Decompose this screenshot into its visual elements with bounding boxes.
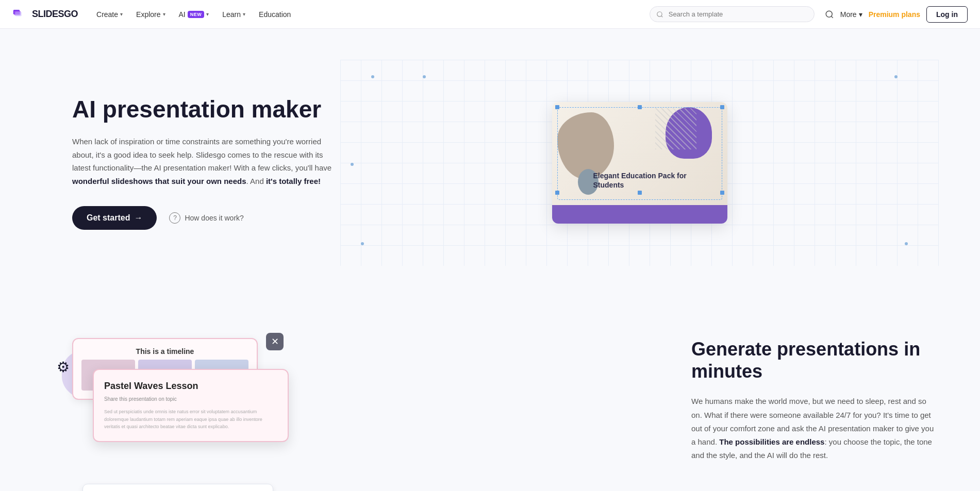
logo-text: SLIDESGO: [32, 9, 78, 20]
grid-dot-1: [371, 75, 374, 78]
grid-dot-3: [894, 75, 898, 78]
section2: ⚙ This is a timeline Pastel Waves Lesson…: [0, 297, 980, 491]
get-started-button[interactable]: Get started →: [72, 206, 157, 230]
navbar: SLIDESGO Create ▾ Explore ▾ AI NEW ▾ Lea…: [0, 0, 980, 29]
slide-back-title: This is a timeline: [81, 347, 248, 355]
search-icon-button[interactable]: [825, 10, 834, 19]
slide-third-card: ≡ the columns Variable each sentence wit…: [82, 484, 273, 491]
svg-point-3: [826, 11, 832, 17]
section2-description: We humans make the world move, but we ne…: [691, 395, 939, 462]
hero-slide-card: Elegant Education Pack for Students: [552, 102, 727, 224]
hero-section: AI presentation maker When lack of inspi…: [0, 29, 980, 297]
slide-front-card: Pastel Waves Lesson Share this presentat…: [93, 369, 289, 442]
hero-title: AI presentation maker: [72, 96, 340, 123]
hero-desc-bold1: wonderful slideshows that suit your own …: [72, 177, 246, 185]
dash-dot-3: [720, 105, 724, 109]
dash-dot-1: [555, 105, 559, 109]
logo[interactable]: SLIDESGO: [12, 6, 78, 23]
nav-create[interactable]: Create ▾: [90, 7, 129, 22]
premium-plans-button[interactable]: Premium plans: [869, 10, 920, 19]
hero-content: AI presentation maker When lack of inspi…: [72, 96, 340, 230]
slide-title-overlay: Elegant Education Pack for Students: [593, 171, 717, 190]
grid-dot-4: [361, 242, 364, 245]
dash-dot-5: [638, 191, 642, 195]
nav-more[interactable]: More ▾: [840, 10, 862, 19]
dash-dot-6: [720, 191, 724, 195]
slides-showcase: ⚙ This is a timeline Pastel Waves Lesson…: [72, 328, 650, 491]
nav-right: More ▾ Premium plans Log in: [825, 6, 968, 23]
shape-triangle: [655, 108, 696, 149]
hero-description: When lack of inspiration or time constra…: [72, 135, 340, 188]
nav-learn[interactable]: Learn ▾: [216, 7, 252, 22]
slide-stack: ⚙ This is a timeline Pastel Waves Lesson…: [72, 328, 289, 491]
close-button-float[interactable]: ✕: [266, 333, 284, 350]
create-chevron: ▾: [120, 11, 123, 17]
section2-desc-bold1: The possibilities are endless: [719, 437, 824, 446]
search-input[interactable]: [650, 6, 815, 22]
slide-front-text: Sed ut perspiciatis unde omnis iste natu…: [104, 408, 277, 430]
grid-dot-6: [351, 163, 354, 166]
ai-chevron: ▾: [206, 11, 209, 17]
hero-desc-bold2: it's totally free!: [266, 177, 321, 185]
learn-chevron: ▾: [243, 11, 245, 17]
grid-dot-5: [905, 242, 908, 245]
svg-rect-2: [15, 11, 21, 16]
gears-icon: ⚙: [57, 359, 70, 376]
hero-illustration: Elegant Education Pack for Students: [340, 60, 939, 266]
slide-purple-bar: [552, 205, 727, 224]
dash-dot-2: [638, 105, 642, 109]
slide-front-title: Pastel Waves Lesson: [104, 380, 277, 392]
nav-education[interactable]: Education: [253, 7, 297, 22]
close-icon: ✕: [271, 336, 279, 347]
hero-actions: Get started → ? How does it work?: [72, 206, 340, 230]
slide-front-subtitle: Share this presentation on topic: [104, 396, 277, 402]
hero-desc-text1: When lack of inspiration or time constra…: [72, 137, 331, 172]
search-container: [650, 6, 815, 22]
explore-chevron: ▾: [163, 11, 165, 17]
grid-dot-2: [423, 75, 426, 78]
logo-icon: [12, 6, 29, 23]
login-button[interactable]: Log in: [926, 6, 968, 23]
how-circle-icon: ?: [169, 212, 180, 224]
ai-new-badge: NEW: [188, 11, 205, 18]
how-it-works-link[interactable]: ? How does it work?: [169, 212, 243, 224]
section2-title: Generate presentations in minutes: [691, 338, 939, 382]
search-icon: [825, 10, 834, 19]
nav-explore[interactable]: Explore ▾: [130, 7, 171, 22]
nav-ai[interactable]: AI NEW ▾: [173, 7, 215, 22]
hero-desc-text2: . And: [246, 177, 266, 185]
slide-card-inner: Elegant Education Pack for Students: [552, 102, 727, 205]
more-chevron: ▾: [859, 10, 862, 19]
dash-dot-4: [555, 191, 559, 195]
section2-content: Generate presentations in minutes We hum…: [691, 328, 939, 463]
nav-items: Create ▾ Explore ▾ AI NEW ▾ Learn ▾ Educ…: [90, 7, 639, 22]
